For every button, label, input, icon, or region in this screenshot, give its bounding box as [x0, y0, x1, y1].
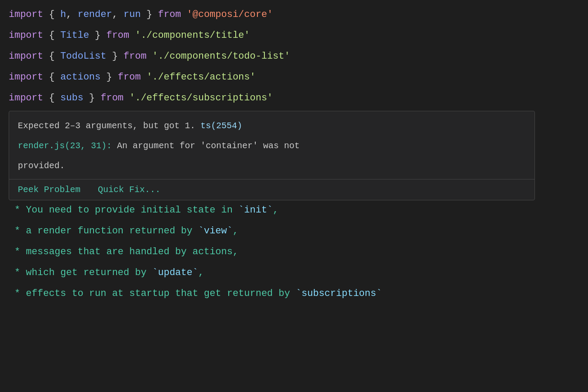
string-actions: './effects/actions'	[147, 67, 256, 88]
keyword-from-2: from	[106, 25, 129, 46]
code-line-2: import { Title } from './components/titl…	[0, 25, 588, 46]
space-5	[124, 88, 129, 109]
punct-1: {	[43, 4, 60, 25]
punct-3: {	[43, 46, 60, 67]
code-line-4: import { actions } from './effects/actio…	[0, 67, 588, 88]
code-editor: import { h , render , run } from '@compo…	[0, 0, 588, 392]
keyword-import-5: import	[9, 88, 43, 109]
tooltip-error-text: Expected 2–3 arguments, but got 1.	[18, 121, 200, 131]
punct-close-4: }	[100, 67, 118, 88]
space-4	[141, 67, 147, 88]
quick-fix-button[interactable]: Quick Fix...	[89, 179, 169, 200]
jsdoc-line-4: * messages that are handled by actions,	[0, 242, 588, 262]
tooltip-source: render.js(23, 31): An argument for 'cont…	[9, 139, 535, 159]
string-todolist: './components/todo-list'	[152, 46, 290, 67]
string-subs: './effects/subscriptions'	[129, 88, 273, 109]
jsdoc-line-6: * effects to run at startup that get ret…	[0, 283, 588, 304]
jsdoc-line-3: * a render function returned by `view`,	[0, 221, 588, 242]
keyword-import-3: import	[9, 46, 43, 67]
keyword-import-2: import	[9, 25, 43, 46]
tooltip-source-continued-text: provided.	[18, 161, 65, 171]
id-h: h	[60, 4, 66, 25]
id-todolist: TodoList	[60, 46, 107, 67]
punct-close-1: }	[141, 4, 158, 25]
space-3	[147, 46, 152, 67]
tooltip-source-continued: provided.	[9, 159, 535, 179]
tooltip-source-detail: An argument for 'container' was not	[112, 141, 300, 151]
tooltip-action-bar: Peek Problem Quick Fix...	[9, 179, 535, 200]
string-title: './components/title'	[135, 25, 250, 46]
tooltip-ts-code: ts(2554)	[200, 121, 242, 131]
tooltip-source-link: render.js(23, 31):	[18, 141, 112, 151]
punct-5: {	[43, 88, 60, 109]
code-line-1: import { h , render , run } from '@compo…	[0, 4, 588, 25]
keyword-from-1: from	[158, 4, 181, 25]
id-render: render	[77, 4, 112, 25]
tooltip-main-message: Expected 2–3 arguments, but got 1. ts(25…	[9, 111, 535, 139]
punct-close-2: }	[89, 25, 107, 46]
space-2	[129, 25, 135, 46]
keyword-from-4: from	[118, 67, 141, 88]
code-line-5: import { subs } from './effects/subscrip…	[0, 88, 588, 109]
diagnostic-tooltip: Expected 2–3 arguments, but got 1. ts(25…	[9, 111, 535, 200]
jsdoc-line-5: * which get returned by `update`,	[0, 262, 588, 283]
code-line-3: import { TodoList } from './components/t…	[0, 46, 588, 67]
id-actions: actions	[60, 67, 100, 88]
id-run: run	[124, 4, 141, 25]
keyword-import-4: import	[9, 67, 43, 88]
jsdoc-line-2: * You need to provide initial state in `…	[0, 200, 588, 221]
string-core: '@composi/core'	[187, 4, 273, 25]
id-subs: subs	[60, 88, 84, 109]
code-area: import { h , render , run } from '@compo…	[0, 0, 588, 113]
punct-2: {	[43, 25, 60, 46]
space-1	[181, 4, 187, 25]
peek-problem-button[interactable]: Peek Problem	[9, 179, 89, 200]
punct-4: {	[43, 67, 60, 88]
id-title: Title	[60, 25, 89, 46]
punct-close-3: }	[106, 46, 124, 67]
keyword-from-3: from	[124, 46, 147, 67]
comma-1: ,	[66, 4, 77, 25]
keyword-from-5: from	[100, 88, 124, 109]
keyword-import-1: import	[9, 4, 43, 25]
punct-close-5: }	[84, 88, 101, 109]
comma-2: ,	[112, 4, 124, 25]
